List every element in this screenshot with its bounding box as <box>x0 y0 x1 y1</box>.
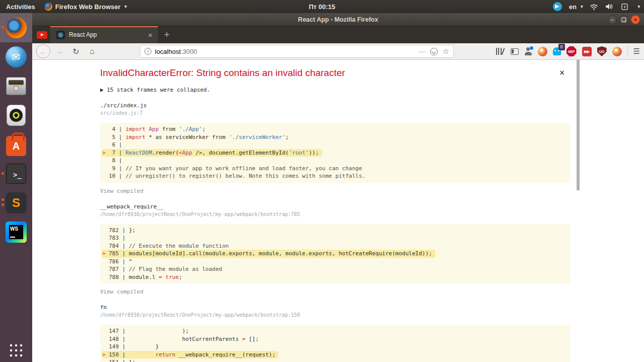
code-line: 149 | } <box>102 343 570 351</box>
dock-item-ubuntu-software[interactable]: A <box>0 130 32 159</box>
code-line: 147 | ); <box>102 327 570 335</box>
error-title: InvalidCharacterError: String contains a… <box>100 67 570 79</box>
forward-button[interactable]: → <box>53 47 66 56</box>
terminal-prompt-glyph: >_ <box>13 171 22 179</box>
code-line: 10 | // unregister() to register() below… <box>102 172 570 180</box>
code-line: 787 | // Flag the module as loaded <box>102 265 570 273</box>
dock-item-firefox[interactable] <box>0 13 32 42</box>
envelope-glyph: ✉ <box>12 51 21 63</box>
running-indicator <box>2 203 4 206</box>
duckduckgo-extension-icon-2[interactable] <box>612 47 622 56</box>
collapsed-frames-toggle[interactable]: ▶ 15 stack frames were collapsed. <box>100 87 570 93</box>
sidebar-toggle-icon[interactable] <box>511 48 519 55</box>
code-block: 782 | }; 783 | 784 | // Execute the modu… <box>100 224 570 284</box>
code-line: > 7 | ReactDOM.render(<App />, document.… <box>102 149 322 157</box>
ghostery-extension-icon[interactable]: 0 <box>553 47 561 55</box>
adblock-plus-icon[interactable]: ABP <box>567 46 577 56</box>
view-compiled-link[interactable]: View compiled <box>100 188 570 194</box>
code-block: 147 | ); 148 | hotCurrentParents = []; 1… <box>100 325 570 362</box>
stack-section: __webpack_require__/home/dfr8938/project… <box>100 203 570 296</box>
code-line: 788 | module.l = true; <box>102 273 570 281</box>
stack-section: ./src/index.jssrc/index.js:7 4 | import … <box>100 102 570 194</box>
running-indicator <box>2 172 4 175</box>
code-line: 148 | hotCurrentParents = []; <box>102 335 570 343</box>
function-name: __webpack_require__ <box>100 203 570 210</box>
software-letter: A <box>13 140 20 152</box>
window-titlebar[interactable]: React App - Mozilla Firefox – ❑ × <box>32 13 644 26</box>
scrollbar-thumb[interactable] <box>577 60 580 190</box>
youtube-tab-icon[interactable] <box>32 26 50 43</box>
show-applications-button[interactable] <box>0 342 32 359</box>
ghostery-badge: 0 <box>558 44 565 50</box>
duckduckgo-extension-icon[interactable] <box>538 47 547 56</box>
system-menu-chevron-icon[interactable]: ▾ <box>637 4 640 9</box>
activities-label: Activities <box>6 3 35 11</box>
ubuntu-dock: ✉ A >_ S WS <box>0 13 32 362</box>
dock-item-files[interactable] <box>0 71 32 101</box>
video-downloader-icon[interactable]: ▶▶ <box>582 47 592 56</box>
app-menu[interactable]: Firefox Web Browser ▾ <box>44 3 127 11</box>
library-icon[interactable] <box>496 48 505 55</box>
url-bar[interactable]: i localhost:3000 ⋯ ☆ <box>140 45 454 58</box>
pocket-icon[interactable] <box>430 48 438 55</box>
bookmark-star-icon[interactable]: ☆ <box>443 47 449 56</box>
site-info-icon[interactable]: i <box>144 48 151 55</box>
close-window-button[interactable]: × <box>631 15 640 24</box>
firefox-icon <box>6 17 27 38</box>
code-line: 151 | }; <box>102 358 570 362</box>
running-indicator <box>2 198 4 201</box>
reload-button[interactable]: ↻ <box>69 47 83 56</box>
tab-title: React App <box>69 31 142 38</box>
account-icon[interactable] <box>524 47 532 55</box>
overlay-close-icon[interactable]: × <box>559 67 565 78</box>
source-location: /home/dfr8938/projectReact/OneProject/my… <box>100 312 570 318</box>
navigation-toolbar: ← → ↻ ⌂ i localhost:3000 ⋯ ☆ 0 ABP ▶▶ UO… <box>32 43 644 60</box>
page-content: InvalidCharacterError: String contains a… <box>32 60 644 362</box>
minimize-button[interactable]: – <box>608 15 617 24</box>
code-line: > 150 | return __webpack_require__(reque… <box>102 351 278 359</box>
code-line: 4 | import App from './App'; <box>102 125 570 133</box>
new-tab-button[interactable]: + <box>158 26 176 43</box>
chevron-down-icon: ▾ <box>581 4 583 9</box>
tab-bar: React App × + <box>32 26 644 43</box>
code-block: 4 | import App from './App'; 5 | import … <box>100 123 570 183</box>
url-text[interactable]: localhost:3000 <box>155 48 415 55</box>
app-grid-icon <box>10 344 23 357</box>
home-button[interactable]: ⌂ <box>86 47 99 56</box>
sublime-letter: S <box>12 196 20 210</box>
notification-dot <box>530 46 533 50</box>
dock-item-terminal[interactable]: >_ <box>0 159 32 188</box>
rhythmbox-icon <box>7 105 26 126</box>
dock-item-rhythmbox[interactable] <box>0 101 32 130</box>
code-line: 8 | <box>102 157 570 165</box>
activities-button[interactable]: Activities <box>6 3 35 11</box>
tab-react-app[interactable]: React App × <box>50 26 158 43</box>
language-label: en <box>569 3 577 11</box>
page-actions-icon[interactable]: ⋯ <box>419 48 425 55</box>
running-indicator <box>2 26 4 29</box>
youtube-play-icon <box>37 31 47 39</box>
dock-item-webstorm[interactable]: WS <box>0 218 32 247</box>
react-favicon <box>56 31 65 39</box>
function-name: fn <box>100 304 570 311</box>
code-line: 5 | import * as serviceWorker from './se… <box>102 133 570 141</box>
language-indicator[interactable]: en ▾ <box>569 3 583 11</box>
code-line: > 785 | modules[moduleId].call(module.ex… <box>102 250 435 258</box>
telegram-icon[interactable] <box>553 2 562 11</box>
tab-close-icon[interactable]: × <box>146 31 154 39</box>
wifi-icon[interactable] <box>590 4 598 10</box>
webstorm-icon: WS <box>6 222 27 243</box>
toolbar-divider <box>627 46 628 56</box>
ublock-origin-icon[interactable]: UO <box>597 46 607 56</box>
view-compiled-link[interactable]: View compiled <box>100 288 570 295</box>
back-button[interactable]: ← <box>36 44 50 58</box>
dock-item-sublime[interactable]: S <box>0 188 32 218</box>
battery-icon[interactable] <box>620 4 629 10</box>
volume-icon[interactable] <box>605 3 613 10</box>
menu-hamburger-icon[interactable]: ☰ <box>633 47 640 56</box>
code-line: 6 | <box>102 141 570 149</box>
dock-item-thunderbird[interactable]: ✉ <box>0 42 32 71</box>
thunderbird-icon: ✉ <box>6 46 27 67</box>
maximize-button[interactable]: ❑ <box>619 15 628 24</box>
ubuntu-software-icon: A <box>6 136 26 156</box>
